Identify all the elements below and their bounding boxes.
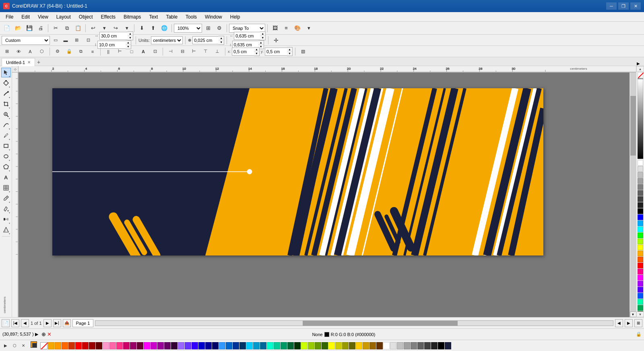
bottom-swatch[interactable] [281,342,287,349]
bottom-swatch[interactable] [239,342,246,349]
color-swatch-000000[interactable] [638,208,643,214]
align-center[interactable]: ⊟ [177,47,188,56]
bottom-swatch[interactable] [363,342,369,349]
color-swatch-00ffff[interactable] [638,226,643,232]
paste-btn[interactable]: 📋 [73,23,83,33]
nudge-spin-up[interactable]: ▲ [219,36,224,40]
palette-scroll-up[interactable]: ▲ [636,66,644,72]
contour-btn[interactable]: ✕ [19,342,27,350]
quick-access[interactable]: ⚙ [214,23,225,33]
menu-layout[interactable]: Layout [52,13,75,21]
fill-indicator[interactable] [31,341,39,350]
zoom-select[interactable]: 100% 50% 200% Fit Page [174,24,202,33]
smear-tool[interactable]: ▾ [1,89,11,98]
bottom-swatch[interactable] [164,342,171,349]
bottom-swatch[interactable] [192,342,198,349]
color-swatch-00aa55[interactable] [638,305,643,311]
bottom-swatch[interactable] [48,342,54,349]
units-select[interactable]: centimeters inches pixels millimeters [151,36,183,44]
page-style-select[interactable]: Custom Letter A4 [2,36,50,45]
color-swatch-808080[interactable] [638,184,643,190]
bottom-swatch[interactable] [185,342,191,349]
close-button[interactable]: ✕ [630,2,641,10]
arrow-icon[interactable]: ▶ [35,332,38,336]
bottom-swatch[interactable] [151,342,157,349]
bottom-swatch[interactable] [308,342,314,349]
color-swatch-e0e0e0[interactable] [638,166,643,172]
bottom-swatch[interactable] [123,342,130,349]
bottom-swatch[interactable] [322,342,328,349]
page-size-btn[interactable]: ⊞ [71,35,82,45]
page-mirror-btn[interactable]: ⊡ [83,35,93,45]
bottom-swatch[interactable] [75,342,82,349]
bottom-swatch[interactable] [205,342,212,349]
bottom-swatch[interactable] [260,342,266,349]
zoom-to-fit[interactable]: ⊞ [203,23,213,33]
bottom-swatch[interactable] [397,342,403,349]
bottom-swatch[interactable] [130,342,136,349]
nudge-btn[interactable]: ✛ [271,35,281,45]
bottom-swatch[interactable] [342,342,349,349]
cut-btn[interactable]: ✂ [50,23,61,33]
restore-button[interactable]: ❐ [618,2,629,10]
arrange-btn[interactable]: ≡ [87,47,98,56]
bottom-swatch[interactable] [411,342,417,349]
dup-x-input[interactable] [234,32,260,40]
color-swatch-a0a0a0[interactable] [638,178,643,184]
color-swatch-0000ff[interactable] [638,214,643,220]
color-swatch-aaff00[interactable] [638,239,643,244]
select-tool-mode[interactable]: ⊞ [2,47,12,56]
new-tab-btn[interactable]: + [35,58,42,66]
rectangle-tool[interactable]: ▾ [1,141,11,151]
print-btn[interactable]: 🖨 [35,23,46,33]
bottom-swatch[interactable] [328,342,335,349]
pen-tool[interactable]: ▾ [1,131,11,140]
h-scrollbar-thumb[interactable] [303,321,458,326]
interactive-fill[interactable]: ▾ [1,225,11,235]
table-tool[interactable]: ▾ [1,183,11,193]
bottom-swatch[interactable] [212,342,219,349]
landscape-btn[interactable]: ▬ [61,36,70,45]
bottom-swatch[interactable] [424,342,431,349]
color-swatch-404040[interactable] [638,196,643,202]
color-swatch-ffff00[interactable] [638,245,643,250]
blend-tool[interactable]: ▾ [1,214,11,224]
copy-btn[interactable]: ⧉ [62,23,72,33]
text-tool-left[interactable]: A [1,172,11,182]
bottom-swatch[interactable] [103,342,109,349]
menu-text[interactable]: Text [145,13,162,21]
align-btn[interactable]: ⊢ [115,47,125,56]
zoom-tool[interactable]: ▾ [1,110,11,119]
eyedropper-tool[interactable]: ▾ [1,193,11,203]
align-top[interactable]: ⊤ [200,47,211,56]
y-pos-input[interactable] [265,48,287,56]
grayscale-strip[interactable] [638,79,643,159]
paint-tool[interactable]: ▾ [1,204,11,214]
open-btn[interactable]: 📂 [13,23,23,33]
portrait-btn[interactable]: ▭ [51,36,60,45]
bottom-swatch[interactable] [157,342,164,349]
fill-inner[interactable] [32,343,37,348]
bottom-swatch[interactable] [246,342,253,349]
ruler-corner-arrow[interactable]: ⊹ [12,66,19,73]
bottom-swatch[interactable] [349,342,355,349]
color-swatch-ff0088[interactable] [638,269,643,274]
bottom-swatch[interactable] [438,342,444,349]
save-btn[interactable]: 💾 [24,23,35,33]
x-pos-down[interactable]: ▼ [254,52,259,56]
v-scroll-thumb[interactable] [630,96,636,156]
y-pos-up[interactable]: ▲ [287,48,292,52]
height-spin-up[interactable]: ▲ [126,41,131,45]
color-swatch-ffaa00[interactable] [638,251,643,256]
bottom-swatch[interactable] [233,342,239,349]
color-swatch-ff00ff[interactable] [638,275,643,280]
y-pos-down[interactable]: ▼ [287,52,292,56]
v-scroll-down[interactable]: ▼ [630,312,636,317]
menu-bitmaps[interactable]: Bitmaps [120,13,145,21]
view-options[interactable]: ≡ [281,23,291,33]
page-prev[interactable]: ◀ [21,319,29,327]
group-btn[interactable]: □ [126,47,137,56]
bottom-swatch[interactable] [55,342,61,349]
color-swatch-0055ff[interactable] [638,293,643,299]
add-symbol[interactable]: ⬡ [37,47,47,56]
